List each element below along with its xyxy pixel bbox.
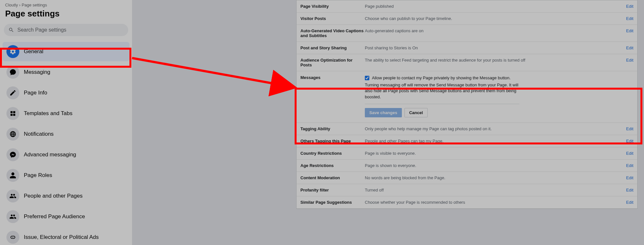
row-value: Page is shown to everyone.	[365, 163, 626, 168]
sidebar-item-messaging[interactable]: Messaging	[3, 63, 129, 82]
messages-checkbox-text: Allow people to contact my Page privatel…	[372, 75, 511, 81]
person-icon	[6, 169, 19, 182]
row-country-restrictions: Country Restrictions Page is visible to …	[297, 147, 637, 160]
row-label: Audience Optimization for Posts	[300, 58, 365, 67]
sidebar-item-preferred-audience[interactable]: Preferred Page Audience	[3, 207, 129, 226]
pencil-icon	[6, 86, 19, 99]
row-label: Content Moderation	[300, 175, 365, 180]
breadcrumb: Cloutly › Page settings	[0, 0, 132, 7]
row-value: No words are being blocked from the Page…	[365, 175, 626, 180]
messages-description: Turning messaging off will remove the Se…	[365, 82, 519, 100]
divider	[365, 104, 519, 104]
edit-link[interactable]: Edit	[626, 126, 633, 131]
row-value: Choose whether your Page is recommended …	[365, 200, 626, 205]
sidebar-item-page-roles[interactable]: Page Roles	[3, 166, 129, 185]
messages-checkbox[interactable]	[365, 76, 369, 80]
gear-icon	[6, 45, 19, 58]
edit-link[interactable]: Edit	[626, 4, 633, 9]
row-label: Profanity filter	[300, 188, 365, 192]
row-others-tagging: Others Tagging this Page People and othe…	[297, 135, 637, 147]
chat-icon	[6, 66, 19, 79]
sidebar-item-templates[interactable]: Templates and Tabs	[3, 104, 129, 123]
messenger-icon	[6, 148, 19, 161]
sidebar-item-label: Templates and Tabs	[24, 110, 72, 117]
row-value: People and other Pages can tag my Page.	[365, 139, 626, 143]
save-button[interactable]: Save changes	[365, 108, 402, 117]
people-icon	[6, 190, 19, 202]
edit-link[interactable]: Edit	[626, 188, 633, 192]
row-value: Choose who can publish to your Page time…	[365, 16, 626, 21]
nav-list: General Messaging Page Info Templates an…	[0, 40, 132, 245]
edit-link[interactable]: Edit	[626, 139, 633, 143]
sidebar-item-label: Issue, Electoral or Political Ads	[24, 234, 99, 240]
row-age-restrictions: Age Restrictions Page is shown to everyo…	[297, 160, 637, 172]
row-label: Age Restrictions	[300, 163, 365, 168]
sidebar-item-political-ads[interactable]: Issue, Electoral or Political Ads	[3, 228, 129, 245]
row-label: Others Tagging this Page	[300, 139, 365, 143]
edit-link[interactable]: Edit	[626, 175, 633, 180]
sidebar-item-label: Page Info	[24, 90, 47, 96]
row-content-moderation: Content Moderation No words are being bl…	[297, 172, 637, 184]
cancel-button[interactable]: Cancel	[404, 108, 428, 117]
row-post-story-sharing: Post and Story Sharing Post sharing to S…	[297, 42, 637, 54]
row-value: Auto-generated captions are on	[365, 28, 626, 33]
edit-link[interactable]: Edit	[626, 45, 633, 50]
link-icon	[6, 231, 19, 244]
row-page-visibility: Page Visibility Page published Edit	[297, 0, 637, 13]
row-value: Post sharing to Stories is On	[365, 45, 626, 50]
row-label: Country Restrictions	[300, 151, 365, 156]
row-audience-optimization: Audience Optimization for Posts The abil…	[297, 54, 637, 71]
row-visitor-posts: Visitor Posts Choose who can publish to …	[297, 13, 637, 25]
row-similar-page-suggestions: Similar Page Suggestions Choose whether …	[297, 196, 637, 209]
edit-link[interactable]: Edit	[626, 16, 633, 21]
row-label: Messages	[300, 75, 365, 80]
sidebar-item-advanced-messaging[interactable]: Advanced messaging	[3, 145, 129, 164]
search-input[interactable]: Search Page settings	[4, 24, 128, 36]
edit-link[interactable]: Edit	[626, 163, 633, 168]
row-value: Only people who help manage my Page can …	[365, 126, 626, 131]
row-label: Post and Story Sharing	[300, 45, 365, 50]
settings-panel: Page Visibility Page published Edit Visi…	[296, 0, 638, 209]
row-value: Page is visible to everyone.	[365, 151, 626, 156]
row-value: Turned off	[365, 188, 626, 192]
sidebar-item-people-pages[interactable]: People and other Pages	[3, 186, 129, 206]
row-label: Page Visibility	[300, 4, 365, 9]
sidebar-item-label: Preferred Page Audience	[24, 213, 85, 220]
grid-icon	[6, 107, 19, 120]
sidebar-item-general[interactable]: General	[3, 42, 129, 61]
sidebar-item-label: General	[24, 48, 43, 55]
row-value: Page published	[365, 4, 626, 9]
row-messages-expanded: Messages Allow people to contact my Page…	[297, 71, 637, 123]
main-area: Page Visibility Page published Edit Visi…	[132, 0, 644, 245]
row-value: The ability to select Feed targeting and…	[365, 58, 626, 63]
messages-checkbox-line[interactable]: Allow people to contact my Page privatel…	[365, 75, 519, 81]
sidebar-item-label: People and other Pages	[24, 193, 82, 199]
globe-icon	[6, 128, 19, 141]
edit-link[interactable]: Edit	[626, 200, 633, 205]
sidebar-item-notifications[interactable]: Notifications	[3, 124, 129, 144]
row-label: Visitor Posts	[300, 16, 365, 21]
sidebar-item-label: Notifications	[24, 131, 54, 137]
row-label: Auto-Generated Video Captions and Subtit…	[300, 28, 365, 38]
row-tagging-ability: Tagging Ability Only people who help man…	[297, 123, 637, 135]
edit-link[interactable]: Edit	[626, 28, 633, 33]
search-placeholder: Search Page settings	[17, 27, 66, 33]
row-profanity-filter: Profanity filter Turned off Edit	[297, 184, 637, 196]
page-title: Page settings	[0, 7, 132, 23]
row-label: Tagging Ability	[300, 126, 365, 131]
sidebar-item-label: Advanced messaging	[24, 152, 76, 158]
people-icon	[6, 210, 19, 223]
sidebar-item-label: Messaging	[24, 69, 50, 75]
search-icon	[8, 27, 14, 33]
edit-link[interactable]: Edit	[626, 151, 633, 156]
row-auto-captions: Auto-Generated Video Captions and Subtit…	[297, 25, 637, 42]
sidebar-item-page-info[interactable]: Page Info	[3, 83, 129, 103]
sidebar: Cloutly › Page settings Page settings Se…	[0, 0, 132, 245]
edit-link[interactable]: Edit	[626, 58, 633, 63]
row-label: Similar Page Suggestions	[300, 200, 365, 205]
sidebar-item-label: Page Roles	[24, 172, 52, 179]
